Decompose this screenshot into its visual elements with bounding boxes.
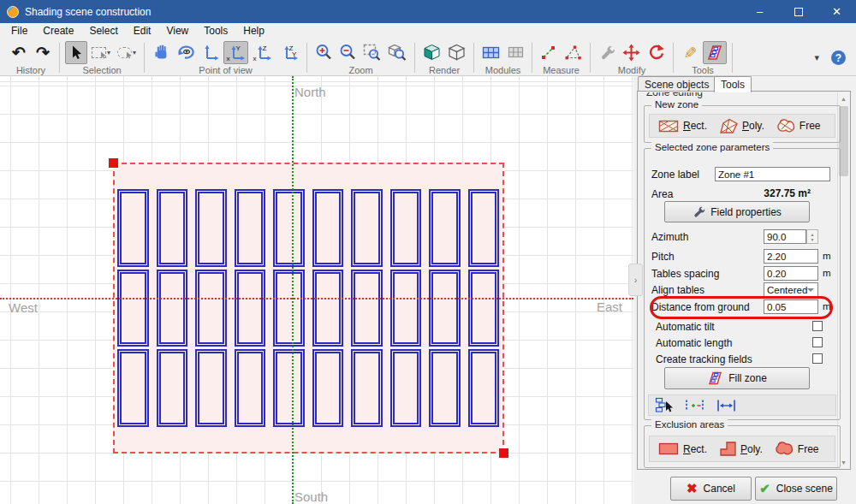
modules-visible-button[interactable] bbox=[479, 41, 502, 64]
panel-collapse-handle[interactable]: › bbox=[628, 264, 643, 296]
pv-table[interactable] bbox=[157, 349, 188, 427]
axes-view-button[interactable] bbox=[199, 41, 222, 64]
adjust-spacing-icon[interactable] bbox=[683, 399, 706, 412]
menu-file[interactable]: File bbox=[3, 24, 35, 38]
minimize-button[interactable]: – bbox=[740, 0, 779, 23]
zone-handle-bottom-right[interactable] bbox=[499, 448, 508, 458]
distance-from-ground-input[interactable] bbox=[764, 299, 818, 314]
modules-hidden-button[interactable] bbox=[504, 41, 526, 64]
create-tracking-fields-checkbox[interactable] bbox=[812, 353, 823, 364]
zoom-in-button[interactable] bbox=[312, 41, 335, 64]
pitch-input[interactable] bbox=[764, 249, 818, 264]
menu-tools[interactable]: Tools bbox=[196, 24, 235, 38]
help-button[interactable]: ? bbox=[831, 50, 846, 65]
zoom-extents-button[interactable] bbox=[385, 41, 409, 64]
pv-table[interactable] bbox=[429, 270, 461, 347]
pv-table[interactable] bbox=[195, 189, 227, 267]
orbit-view-button[interactable] bbox=[174, 41, 198, 64]
move-object-button[interactable] bbox=[620, 41, 643, 64]
pv-table[interactable] bbox=[312, 349, 344, 427]
pv-table[interactable] bbox=[390, 349, 422, 427]
pv-table[interactable] bbox=[273, 189, 305, 267]
pv-table[interactable] bbox=[235, 189, 266, 267]
pv-zone[interactable] bbox=[113, 163, 504, 454]
pv-table[interactable] bbox=[390, 189, 422, 267]
menu-select[interactable]: Select bbox=[81, 24, 125, 38]
view-top-xy-button[interactable]: x Y bbox=[223, 41, 248, 64]
pv-table[interactable] bbox=[117, 189, 149, 267]
render-wireframe-button[interactable] bbox=[445, 41, 468, 64]
new-zone-free-button[interactable]: Free bbox=[776, 118, 821, 134]
pv-table[interactable] bbox=[273, 270, 305, 347]
pv-table[interactable] bbox=[351, 349, 383, 427]
scene-canvas[interactable]: North West East South bbox=[0, 76, 633, 504]
adjust-width-icon[interactable] bbox=[715, 399, 738, 412]
tab-tools[interactable]: Tools bbox=[714, 76, 752, 92]
select-cursor-button[interactable] bbox=[65, 41, 87, 64]
tab-scene-objects[interactable]: Scene objects bbox=[638, 76, 716, 92]
menu-view[interactable]: View bbox=[158, 24, 196, 38]
zone-label-input[interactable] bbox=[715, 167, 830, 181]
redo-button[interactable]: ↷ bbox=[32, 41, 54, 64]
automatic-tilt-checkbox[interactable] bbox=[812, 321, 823, 331]
undo-button[interactable]: ↶ bbox=[8, 41, 30, 64]
menu-help[interactable]: Help bbox=[235, 24, 272, 38]
toolbar-overflow-button[interactable]: ▾ bbox=[814, 52, 819, 63]
view-side-zy-button[interactable]: Z Y bbox=[276, 41, 301, 64]
pv-table[interactable] bbox=[235, 349, 266, 427]
exclusion-rect-button[interactable]: Rect. bbox=[658, 442, 707, 456]
fill-zone-button[interactable]: Fill zone bbox=[664, 367, 810, 389]
zone-handle-top-left[interactable] bbox=[109, 158, 118, 168]
rect-select-button[interactable]: ▾ bbox=[89, 41, 113, 64]
tables-spacing-input[interactable] bbox=[764, 266, 818, 281]
pv-table[interactable] bbox=[468, 270, 500, 347]
pv-table[interactable] bbox=[468, 189, 500, 267]
pv-table[interactable] bbox=[429, 189, 461, 267]
azimuth-input[interactable] bbox=[764, 229, 806, 244]
scroll-up-button[interactable]: ▲ bbox=[838, 92, 849, 104]
pv-table[interactable] bbox=[117, 349, 149, 427]
automatic-length-checkbox[interactable] bbox=[812, 337, 823, 347]
menu-edit[interactable]: Edit bbox=[126, 24, 159, 38]
zoom-out-button[interactable] bbox=[336, 41, 359, 64]
pv-table[interactable] bbox=[117, 270, 149, 347]
align-tables-dropdown[interactable]: Centered bbox=[764, 282, 818, 297]
pv-table[interactable] bbox=[273, 349, 305, 427]
pv-table[interactable] bbox=[157, 270, 188, 347]
zone-tool-button[interactable] bbox=[703, 41, 727, 64]
field-properties-button[interactable]: Field properties bbox=[664, 201, 810, 222]
pv-table[interactable] bbox=[195, 349, 227, 427]
pv-table[interactable] bbox=[429, 349, 461, 427]
exclusion-poly-button[interactable]: Poly. bbox=[719, 441, 763, 457]
pv-table[interactable] bbox=[157, 189, 188, 267]
render-solid-button[interactable] bbox=[420, 41, 443, 64]
pv-table[interactable] bbox=[351, 189, 383, 267]
menu-create[interactable]: Create bbox=[35, 24, 81, 38]
pv-table[interactable] bbox=[468, 349, 500, 427]
exclusion-free-button[interactable]: Free bbox=[775, 441, 819, 457]
pv-table[interactable] bbox=[351, 270, 383, 347]
pitch-row: Pitch m bbox=[651, 249, 833, 264]
pv-table[interactable] bbox=[195, 270, 227, 347]
close-scene-button[interactable]: ✔ Close scene bbox=[755, 477, 837, 501]
select-tables-icon[interactable] bbox=[655, 397, 675, 413]
new-zone-rect-button[interactable]: Rect. bbox=[658, 119, 707, 133]
view-front-xz-button[interactable]: x Z bbox=[250, 41, 275, 64]
edit-properties-button[interactable] bbox=[596, 41, 618, 64]
measure-distance-button[interactable] bbox=[538, 41, 560, 64]
lasso-select-button[interactable]: ▾ bbox=[115, 41, 139, 64]
pv-table[interactable] bbox=[312, 270, 344, 347]
close-button[interactable]: ✕ bbox=[817, 0, 856, 23]
maximize-button[interactable] bbox=[779, 0, 817, 23]
azimuth-spinner[interactable]: ▲ ▼ bbox=[806, 229, 818, 244]
measure-angle-button[interactable] bbox=[562, 41, 585, 64]
new-zone-poly-button[interactable]: Poly. bbox=[719, 118, 764, 134]
pv-table[interactable] bbox=[390, 270, 422, 347]
draw-tool-button[interactable]: ✎ bbox=[679, 41, 701, 64]
pv-table[interactable] bbox=[235, 270, 266, 347]
pan-hand-button[interactable] bbox=[150, 41, 172, 64]
zoom-window-button[interactable] bbox=[360, 41, 383, 64]
cancel-button[interactable]: ✖ Cancel bbox=[670, 477, 752, 501]
pv-table[interactable] bbox=[312, 189, 344, 267]
rotate-object-button[interactable] bbox=[645, 41, 668, 64]
